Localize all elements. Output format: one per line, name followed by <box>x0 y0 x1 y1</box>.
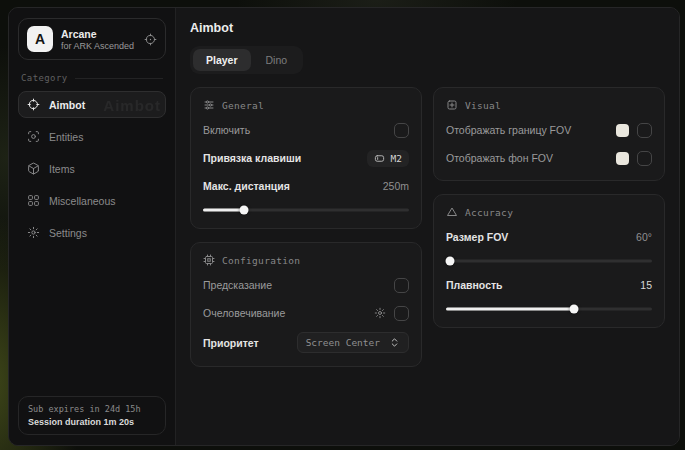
crosshair-pin-icon[interactable] <box>144 33 157 46</box>
general-card-title: General <box>222 100 264 111</box>
keybind-button[interactable]: M2 <box>367 150 409 167</box>
prediction-checkbox[interactable] <box>394 278 409 293</box>
priority-label: Приоритет <box>203 337 259 349</box>
right-column: Visual Отображать границу FOV Отображать… <box>433 87 665 328</box>
visual-card-header: Visual <box>446 99 652 111</box>
fov-bg-controls <box>616 151 652 166</box>
sliders-icon <box>203 99 215 111</box>
accuracy-card: Accuracy Размер FOV 60° Плавность 15 <box>433 194 665 328</box>
enable-label: Включить <box>203 124 250 136</box>
category-label: Category <box>21 73 68 83</box>
sidebar: A Arcane for ARK Ascended Category <box>9 8 176 445</box>
keybind-row: Привязка клавиши M2 <box>203 149 409 167</box>
enable-checkbox[interactable] <box>394 123 409 138</box>
sidebar-item-label: Miscellaneous <box>49 195 116 207</box>
prediction-row: Предсказание <box>203 276 409 294</box>
cheat-menu-window: A Arcane for ARK Ascended Category <box>8 7 680 446</box>
accuracy-card-title: Accuracy <box>465 207 513 218</box>
square-plus-icon <box>446 99 458 111</box>
smoothness-slider[interactable] <box>446 304 652 314</box>
cpu-icon <box>203 254 215 266</box>
card-columns: General Включить Привязка клавиши <box>190 87 665 367</box>
keybind-label: Привязка клавиши <box>203 152 301 164</box>
left-column: General Включить Привязка клавиши <box>190 87 422 367</box>
fov-bg-checkbox[interactable] <box>637 151 652 166</box>
tab-bar: Player Dino <box>190 46 303 74</box>
mouse-icon <box>374 153 385 164</box>
sidebar-nav: Aimbot Aimbot Entities Item <box>18 91 166 246</box>
subscription-status-card: Sub expires in 24d 15h Session duration … <box>18 396 166 435</box>
slider-thumb[interactable] <box>569 305 578 314</box>
box-icon <box>27 162 40 175</box>
priority-value: Screen Center <box>306 337 380 348</box>
scan-icon <box>27 130 40 143</box>
priority-dropdown[interactable]: Screen Center <box>297 332 409 353</box>
general-card: General Включить Привязка клавиши <box>190 87 422 229</box>
brand-text: Arcane for ARK Ascended <box>61 28 134 51</box>
sub-expires-text: Sub expires in 24d 15h <box>28 404 156 414</box>
sidebar-item-label: Aimbot <box>49 99 85 111</box>
fov-border-checkbox[interactable] <box>637 123 652 138</box>
session-duration-text: Session duration 1m 20s <box>28 417 156 427</box>
fov-size-label: Размер FOV <box>446 231 508 243</box>
max-distance-slider[interactable] <box>203 205 409 215</box>
max-distance-row: Макс. дистанция 250m <box>203 177 409 195</box>
grid-icon <box>27 194 40 207</box>
smoothness-row: Плавность 15 <box>446 276 652 294</box>
max-distance-label: Макс. дистанция <box>203 180 290 192</box>
brand-subtitle: for ARK Ascended <box>61 41 134 51</box>
sidebar-item-aimbot[interactable]: Aimbot Aimbot <box>18 91 166 118</box>
category-divider <box>75 78 163 79</box>
sidebar-item-settings[interactable]: Settings <box>18 219 166 246</box>
fov-size-slider[interactable] <box>446 256 652 266</box>
fov-bg-color-swatch[interactable] <box>616 152 629 165</box>
humanize-checkbox[interactable] <box>394 306 409 321</box>
triangle-icon <box>446 206 458 218</box>
general-card-header: General <box>203 99 409 111</box>
fov-size-value: 60° <box>636 231 652 243</box>
tab-dino[interactable]: Dino <box>253 49 301 71</box>
max-distance-value: 250m <box>383 180 409 192</box>
priority-row: Приоритет Screen Center <box>203 332 409 353</box>
page-title: Aimbot <box>190 21 665 35</box>
slider-fill <box>203 209 244 212</box>
configuration-card-header: Configuration <box>203 254 409 266</box>
keybind-value: M2 <box>391 153 402 164</box>
slider-thumb[interactable] <box>446 257 455 266</box>
game-overlay-background: { "colors": { "window_bg": "#161617", "s… <box>0 0 685 450</box>
configuration-card-title: Configuration <box>222 255 300 266</box>
fov-bg-label: Отображать фон FOV <box>446 152 553 164</box>
sidebar-item-miscellaneous[interactable]: Miscellaneous <box>18 187 166 214</box>
chevrons-up-down-icon <box>389 337 400 348</box>
gear-icon <box>27 226 40 239</box>
fov-border-controls <box>616 123 652 138</box>
configuration-card: Configuration Предсказание Очеловечивани… <box>190 242 422 367</box>
visual-card: Visual Отображать границу FOV Отображать… <box>433 87 665 181</box>
brand-title: Arcane <box>61 28 134 40</box>
prediction-label: Предсказание <box>203 279 272 291</box>
fov-border-label: Отображать границу FOV <box>446 124 571 136</box>
crosshair-icon <box>27 98 40 111</box>
slider-thumb[interactable] <box>240 206 249 215</box>
main-content: Aimbot Player Dino General <box>176 8 679 445</box>
slider-track <box>446 260 652 263</box>
brand-logo: A <box>27 26 53 52</box>
fov-border-color-swatch[interactable] <box>616 124 629 137</box>
brand-card: A Arcane for ARK Ascended <box>18 18 166 60</box>
sidebar-item-items[interactable]: Items <box>18 155 166 182</box>
ghost-watermark: Aimbot <box>103 96 161 113</box>
slider-fill <box>446 308 574 311</box>
enable-row: Включить <box>203 121 409 139</box>
accuracy-card-header: Accuracy <box>446 206 652 218</box>
gear-small-icon[interactable] <box>374 307 386 319</box>
sidebar-item-entities[interactable]: Entities <box>18 123 166 150</box>
humanize-label: Очеловечивание <box>203 307 285 319</box>
sidebar-item-label: Items <box>49 163 75 175</box>
fov-bg-row: Отображать фон FOV <box>446 149 652 167</box>
fov-size-row: Размер FOV 60° <box>446 228 652 246</box>
smoothness-value: 15 <box>640 279 652 291</box>
sidebar-item-label: Entities <box>49 131 83 143</box>
tab-player[interactable]: Player <box>193 49 251 71</box>
smoothness-label: Плавность <box>446 279 503 291</box>
humanize-controls <box>374 306 409 321</box>
